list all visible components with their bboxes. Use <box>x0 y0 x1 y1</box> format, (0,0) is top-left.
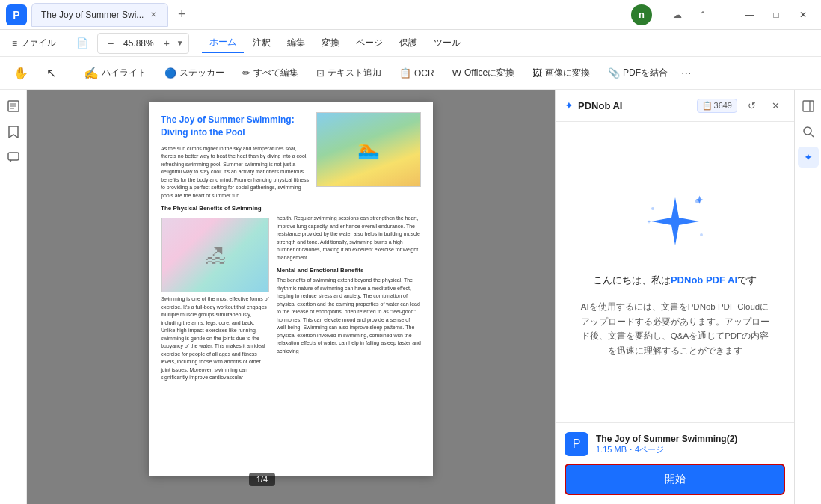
to-office-button[interactable]: W Officeに変換 <box>445 61 522 86</box>
file-menu-item[interactable]: ファイル <box>20 37 56 49</box>
separator <box>67 34 67 52</box>
tab-title: The Joy of Summer Swi... <box>41 10 144 20</box>
ai-icon[interactable]: ✦ <box>798 147 819 168</box>
maximize-button[interactable]: □ <box>764 3 788 27</box>
edit-all-button[interactable]: ✏ すべて編集 <box>235 61 306 86</box>
ocr-icon: 📋 <box>399 67 411 79</box>
zoom-in-button[interactable]: + <box>159 35 175 52</box>
ai-sparkle-visual <box>638 186 713 261</box>
tab-close-button[interactable]: ✕ <box>148 10 159 20</box>
ai-welcome-text: こんにちは、私はPDNob PDF AIです <box>593 273 757 289</box>
right-edge-panel: ✦ <box>794 90 821 504</box>
cloud-button[interactable]: ☁ <box>667 4 688 25</box>
select-tool-button[interactable]: ↖ <box>39 61 64 86</box>
user-avatar[interactable]: n <box>631 4 652 25</box>
ai-file-info: P The Joy of Summer Swimming(2) 1.15 MB・… <box>565 432 785 456</box>
tab-area: The Joy of Summer Swi... ✕ + <box>31 3 627 27</box>
add-text-icon: ⊡ <box>316 67 325 79</box>
pdf-area[interactable]: 🏊 The Joy of Summer Swimming: Diving int… <box>27 90 555 504</box>
sidebar-comment-icon[interactable] <box>3 147 24 168</box>
hand-icon: ✋ <box>13 66 28 80</box>
add-text-button[interactable]: ⊡ テキスト追加 <box>309 61 389 86</box>
sidebar-bookmark-icon[interactable] <box>3 121 24 142</box>
close-ai-panel-button[interactable]: ✕ <box>766 96 785 115</box>
sticker-label: ステッカー <box>179 67 224 79</box>
to-image-icon: 🖼 <box>532 67 542 79</box>
ai-start-button[interactable]: 開始 <box>565 464 785 495</box>
close-button[interactable]: ✕ <box>791 3 815 27</box>
zoom-out-button[interactable]: − <box>102 35 119 52</box>
document-icon[interactable]: 📄 <box>72 33 93 54</box>
zoom-control: − 45.88% + ▼ <box>97 33 189 54</box>
token-icon: 📋 <box>702 101 713 111</box>
ai-panel-title: PDNob AI <box>578 100 692 111</box>
menu-edit[interactable]: 編集 <box>280 34 313 52</box>
separator3 <box>70 64 70 82</box>
page-number: 1/4 <box>249 473 275 486</box>
menu-page[interactable]: ページ <box>348 34 390 52</box>
pdf-section2-body: The benefits of swimming extend beyond t… <box>277 277 421 355</box>
hand-tool-button[interactable]: ✋ <box>6 61 36 86</box>
ai-file-name: The Joy of Summer Swimming(2) <box>596 434 785 444</box>
zoom-dropdown[interactable]: ▼ <box>176 39 184 47</box>
svg-rect-8 <box>803 101 814 111</box>
hamburger-menu[interactable]: ≡ ファイル <box>6 34 62 52</box>
combine-pdf-label: PDFを結合 <box>623 67 668 79</box>
document-icon-group: 📄 <box>72 33 93 54</box>
pdf-section1-title: The Physical Benefits of Swimming <box>161 204 310 212</box>
edit-all-label: すべて編集 <box>253 67 298 79</box>
search-icon[interactable] <box>798 121 819 142</box>
expand-button[interactable]: ⌃ <box>692 4 713 25</box>
ai-file-meta: 1.15 MB・4ページ <box>596 444 785 455</box>
to-office-label: Officeに変換 <box>464 67 514 79</box>
sticker-button[interactable]: 🔵 ステッカー <box>157 61 232 86</box>
highlight-icon: ✍ <box>84 66 99 80</box>
svg-line-11 <box>811 134 814 137</box>
pdf-title: The Joy of Summer Swimming: Diving into … <box>161 114 310 139</box>
window-controls: — □ ✕ <box>737 3 815 27</box>
ai-file-details: The Joy of Summer Swimming(2) 1.15 MB・4ペ… <box>596 434 785 455</box>
pdf-page: 🏊 The Joy of Summer Swimming: Diving int… <box>149 102 433 476</box>
menu-convert[interactable]: 変換 <box>314 34 347 52</box>
ai-panel-content: こんにちは、私はPDNob PDF AIです AIを使用するには、文書をPDNo… <box>556 122 794 422</box>
pdf-col-left-text: Swimming is one of the most effective fo… <box>161 295 269 382</box>
more-tools-button[interactable]: ··· <box>678 64 694 83</box>
ai-sparkle-icon: ✦ <box>565 99 574 111</box>
svg-point-6 <box>651 207 654 210</box>
to-image-button[interactable]: 🖼 画像に変換 <box>525 61 597 86</box>
token-count: 3649 <box>714 101 732 110</box>
pdf-col-right: health. Regular swimming sessions can st… <box>277 215 421 382</box>
to-office-icon: W <box>452 67 461 79</box>
separator2 <box>197 34 197 52</box>
right-panel-icon[interactable] <box>798 96 819 117</box>
refresh-button[interactable]: ↺ <box>742 96 761 115</box>
new-tab-button[interactable]: + <box>171 4 192 25</box>
ocr-label: OCR <box>414 68 434 79</box>
ai-panel-header: ✦ PDNob AI 📋 3649 ↺ ✕ <box>556 90 794 122</box>
combine-pdf-button[interactable]: 📎 PDFを結合 <box>600 61 675 86</box>
cursor-icon: ↖ <box>46 66 56 80</box>
active-tab[interactable]: The Joy of Summer Swi... ✕ <box>31 3 168 27</box>
minimize-button[interactable]: — <box>737 3 761 27</box>
ai-panel: ✦ PDNob AI 📋 3649 ↺ ✕ <box>555 90 794 504</box>
toolbar: ✋ ↖ ✍ ハイライト 🔵 ステッカー ✏ すべて編集 ⊡ テキスト追加 📋 O… <box>0 57 821 90</box>
to-image-label: 画像に変換 <box>545 67 590 79</box>
menu-tools[interactable]: ツール <box>426 34 468 52</box>
sticker-icon: 🔵 <box>164 67 176 79</box>
menu-home[interactable]: ホーム <box>202 33 244 53</box>
ocr-button[interactable]: 📋 OCR <box>392 61 442 86</box>
menu-protect[interactable]: 保護 <box>392 34 425 52</box>
highlight-button[interactable]: ✍ ハイライト <box>76 61 154 86</box>
app-logo: P <box>6 4 27 25</box>
edit-all-icon: ✏ <box>242 67 250 79</box>
token-badge: 📋 3649 <box>697 99 737 113</box>
menubar: ≡ ファイル 📄 − 45.88% + ▼ ホーム 注釈 編集 変換 ページ 保… <box>0 30 821 57</box>
pdf-image-top: 🏊 <box>316 112 421 187</box>
zoom-value: 45.88% <box>120 38 157 49</box>
highlight-label: ハイライト <box>102 67 147 79</box>
pdf-intro: As the sun climbs higher in the sky and … <box>161 145 310 200</box>
add-text-label: テキスト追加 <box>328 67 381 79</box>
menu-annotation[interactable]: 注釈 <box>245 34 278 52</box>
sidebar-pages-icon[interactable] <box>3 96 24 117</box>
ai-panel-footer: P The Joy of Summer Swimming(2) 1.15 MB・… <box>556 422 794 504</box>
